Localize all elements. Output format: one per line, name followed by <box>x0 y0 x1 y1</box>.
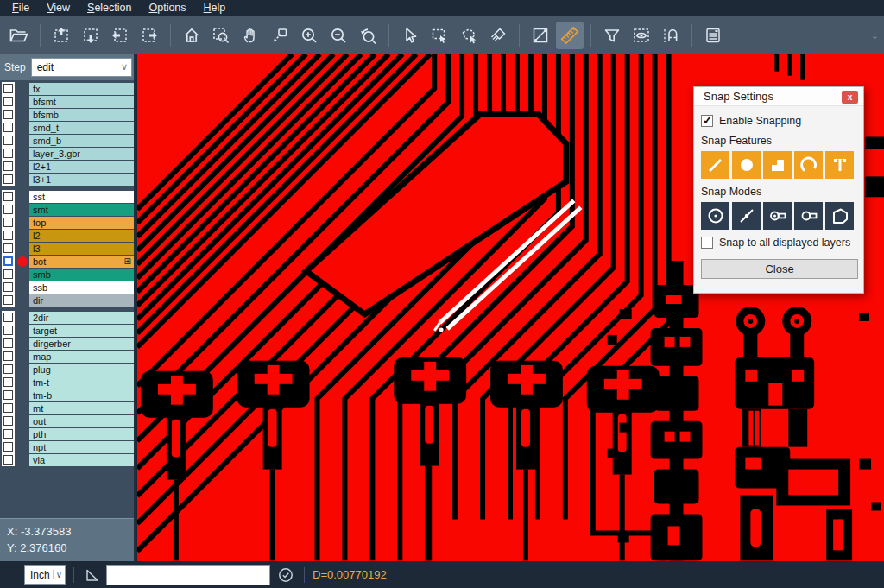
layer-visibility-checkbox[interactable] <box>3 174 13 184</box>
layer-row-dir[interactable]: dir <box>0 294 134 307</box>
layer-visibility-checkbox[interactable] <box>3 326 13 335</box>
layer-visibility-checkbox[interactable] <box>3 243 13 253</box>
snap-all-layers-checkbox[interactable] <box>701 237 713 249</box>
layer-name[interactable]: npt <box>29 441 134 453</box>
layer-visibility-checkbox[interactable] <box>3 161 13 171</box>
layer-row-l2[interactable]: l2 <box>0 230 134 243</box>
ruler-button[interactable] <box>556 22 584 49</box>
snap-magnet-button[interactable] <box>657 22 685 49</box>
layer-visibility-checkbox[interactable] <box>3 282 13 292</box>
snap-mode-corner-button[interactable] <box>825 202 854 230</box>
snap-mode-center-button[interactable] <box>701 202 729 230</box>
layer-row-plug[interactable]: plug <box>0 364 134 376</box>
layer-row-l3[interactable]: l3 <box>0 243 134 256</box>
layer-name[interactable]: tm-t <box>29 376 134 389</box>
dialog-close-x-button[interactable]: x <box>842 91 858 104</box>
snap-feature-circle-button[interactable] <box>732 151 761 179</box>
layer-visibility-checkbox[interactable] <box>3 455 13 465</box>
layer-name[interactable]: layer_3.gbr <box>29 148 134 160</box>
layer-row-dirgerber[interactable]: dirgerber <box>0 338 134 351</box>
layer-name[interactable]: bfsmb <box>29 109 134 121</box>
layer-visibility-checkbox[interactable] <box>3 390 13 400</box>
layer-visibility-checkbox[interactable] <box>3 429 13 439</box>
layer-row-via[interactable]: via <box>0 454 134 467</box>
layer-name[interactable]: smd_b <box>29 135 134 147</box>
layer-name[interactable]: bfsmt <box>29 96 134 108</box>
layer-visibility-checkbox[interactable] <box>3 351 13 361</box>
layer-name[interactable]: smt <box>29 204 134 216</box>
layer-row-top[interactable]: top <box>0 217 134 230</box>
layer-name[interactable]: sst <box>29 191 134 203</box>
step-dropdown[interactable]: edit ∨ <box>31 58 132 77</box>
layer-visibility-checkbox[interactable] <box>3 218 13 227</box>
view-selection-button[interactable] <box>628 22 655 49</box>
layer-row-ssb[interactable]: ssb <box>0 281 134 294</box>
layer-name[interactable]: dirgerber <box>29 338 134 350</box>
layer-visibility-checkbox[interactable] <box>3 256 13 266</box>
layer-name[interactable]: out <box>29 415 134 427</box>
layer-name[interactable]: ssb <box>29 281 134 294</box>
layer-name[interactable]: pth <box>29 428 134 440</box>
layer-row-2dir--[interactable]: 2dir-- <box>0 312 134 325</box>
layer-visibility-checkbox[interactable] <box>3 110 13 119</box>
layer-visibility-checkbox[interactable] <box>3 231 13 240</box>
layer-visibility-checkbox[interactable] <box>3 84 13 93</box>
layer-row-sst[interactable]: sst <box>0 191 134 204</box>
snap-feature-arc-button[interactable] <box>794 151 823 179</box>
coordinate-input[interactable] <box>106 565 270 585</box>
layer-name[interactable]: mt <box>29 402 134 414</box>
layer-row-smb[interactable]: smb <box>0 269 134 281</box>
layer-row-bfsmt[interactable]: bfsmt <box>0 96 134 109</box>
layer-name[interactable]: tm-b <box>29 389 134 401</box>
snap-mode-pad-hole-button[interactable] <box>763 202 792 230</box>
rectangle-select-button[interactable] <box>426 22 453 49</box>
layer-visibility-checkbox[interactable] <box>3 295 13 305</box>
layer-row-smd_t[interactable]: smd_t <box>0 122 134 135</box>
layer-row-bot[interactable]: bot⊞ <box>0 256 134 269</box>
zoom-in-button[interactable] <box>295 22 323 49</box>
dialog-close-button[interactable]: Close <box>701 259 858 279</box>
layer-visibility-checkbox[interactable] <box>3 364 13 374</box>
polygon-select-button[interactable] <box>455 22 483 49</box>
menu-file[interactable]: File <box>3 1 38 16</box>
pan-right-button[interactable] <box>136 22 163 49</box>
layer-visibility-checkbox[interactable] <box>3 97 13 106</box>
layer-name[interactable]: l2 <box>29 230 134 242</box>
zoom-window-button[interactable] <box>207 22 235 49</box>
toolbar-overflow-chevron[interactable]: ⌄ <box>871 30 879 41</box>
menu-view[interactable]: View <box>38 1 79 16</box>
layer-visibility-checkbox[interactable] <box>3 377 13 387</box>
layer-name[interactable]: top <box>29 217 134 229</box>
menu-options[interactable]: Options <box>140 1 194 16</box>
enable-snapping-checkbox[interactable] <box>701 115 713 127</box>
layer-row-tm-t[interactable]: tm-t <box>0 376 134 389</box>
layer-name[interactable]: target <box>29 325 134 337</box>
layer-visibility-checkbox[interactable] <box>3 192 13 201</box>
report-button[interactable] <box>699 22 727 49</box>
layer-row-smt[interactable]: smt <box>0 204 134 217</box>
layer-visibility-checkbox[interactable] <box>3 205 13 214</box>
zoom-out-button[interactable] <box>325 22 352 49</box>
layer-row-bfsmb[interactable]: bfsmb <box>0 109 134 122</box>
pan-down-button[interactable] <box>77 22 104 49</box>
filter-button[interactable] <box>598 22 626 49</box>
layer-visibility-checkbox[interactable] <box>3 123 13 132</box>
layer-row-l2+1[interactable]: l2+1 <box>0 161 134 174</box>
snap-feature-line-button[interactable] <box>701 151 729 179</box>
measure-line-button[interactable] <box>527 22 554 49</box>
layer-row-npt[interactable]: npt <box>0 441 134 454</box>
layer-row-fx[interactable]: fx <box>0 83 134 96</box>
open-file-button[interactable] <box>5 22 33 49</box>
layer-name[interactable]: dir <box>29 294 134 307</box>
pan-up-button[interactable] <box>47 22 75 49</box>
select-pointer-button[interactable] <box>396 22 424 49</box>
pan-hand-button[interactable] <box>237 22 264 49</box>
layer-name[interactable]: bot⊞ <box>29 256 134 268</box>
layer-row-smd_b[interactable]: smd_b <box>0 135 134 148</box>
angle-corner-icon[interactable] <box>82 565 103 585</box>
layer-name[interactable]: l2+1 <box>29 161 134 173</box>
layer-name[interactable]: fx <box>29 83 134 95</box>
layer-row-tm-b[interactable]: tm-b <box>0 389 134 402</box>
snap-feature-surface-button[interactable] <box>763 151 792 179</box>
layer-row-map[interactable]: map <box>0 351 134 364</box>
